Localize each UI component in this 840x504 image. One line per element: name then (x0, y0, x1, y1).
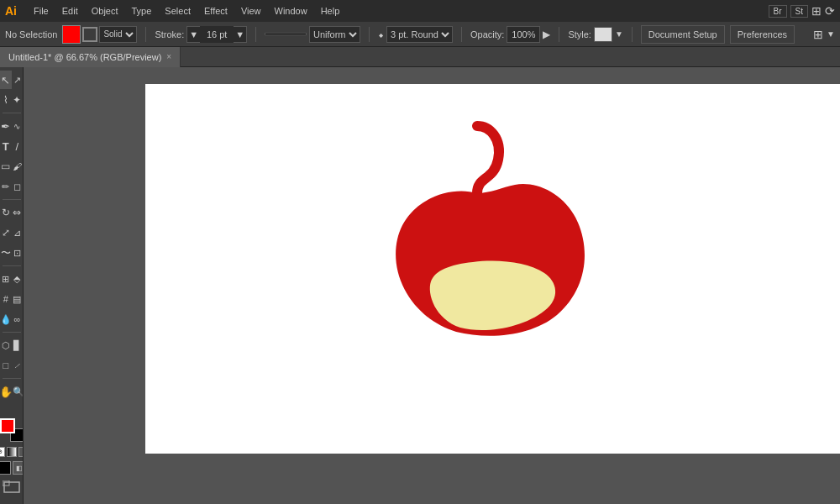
separator-3 (369, 27, 370, 42)
tool-row-shapebuilder: ⊞ ⬘ (0, 270, 23, 288)
stroke-value-input[interactable]: ▼ ▼ (186, 26, 247, 43)
column-graph-tool[interactable]: ▊ (12, 336, 24, 354)
canvas-area[interactable] (24, 67, 840, 504)
main-area: ↖ ↗ ⌇ ✦ ✒ ∿ T / ▭ 🖌 ✏ ◻ ↻ (0, 67, 840, 504)
stroke-style-control: Uniform (265, 26, 360, 43)
color-reset-row: ◧ (0, 461, 24, 475)
artboard-tool[interactable]: □ (0, 356, 12, 375)
mesh-tool[interactable]: # (0, 290, 12, 308)
opacity-more[interactable]: ▶ (543, 29, 550, 40)
stroke-unit-dropdown[interactable]: ▼ (234, 29, 246, 39)
stomach-illustration (381, 118, 582, 353)
stroke-label: Stroke: (155, 29, 184, 39)
white-swatch[interactable]: ◧ (13, 461, 24, 475)
shape-builder-tool[interactable]: ⊞ (0, 270, 12, 288)
scale-tool[interactable]: ⤢ (0, 223, 12, 242)
separator-4 (461, 27, 462, 42)
artboard-icon (3, 480, 21, 496)
type-tool[interactable]: T (0, 137, 12, 155)
brush-control: ⬥ 3 pt. Round (378, 26, 453, 43)
free-transform-tool[interactable]: ⊡ (12, 244, 24, 262)
magic-wand-tool[interactable]: ✦ (12, 91, 24, 109)
lasso-tool[interactable]: ⌇ (0, 91, 12, 109)
color-mode-gradient[interactable] (7, 447, 17, 457)
slice-tool[interactable]: ⟋ (12, 356, 24, 375)
selection-indicator: No Selection (5, 29, 57, 39)
svg-rect-1 (3, 480, 9, 486)
tool-row-shape: ▭ 🖌 (0, 157, 23, 176)
tab-title: Untitled-1* @ 66.67% (RGB/Preview) (8, 52, 161, 62)
separator-1 (145, 27, 146, 42)
document-tab[interactable]: Untitled-1* @ 66.67% (RGB/Preview) × (0, 47, 181, 67)
preferences-button[interactable]: Preferences (730, 25, 795, 44)
menu-type[interactable]: Type (125, 4, 159, 18)
rectangle-tool[interactable]: ▭ (0, 157, 12, 176)
menu-help[interactable]: Help (314, 4, 347, 18)
shear-tool[interactable]: ⊿ (12, 223, 24, 242)
pen-tool[interactable]: ✒ (0, 117, 12, 135)
direct-selection-tool[interactable]: ↗ (12, 71, 24, 89)
tool-sep-2 (3, 199, 21, 200)
brush-dropdown[interactable]: 3 pt. Round (386, 26, 453, 43)
menu-window[interactable]: Window (268, 4, 314, 18)
tab-close-button[interactable]: × (166, 52, 171, 61)
svg-rect-0 (4, 482, 19, 492)
warp-tool[interactable]: 〜 (0, 244, 12, 262)
document-setup-button[interactable]: Document Setup (641, 25, 725, 44)
app-logo: Ai (5, 4, 17, 18)
arrange-dropdown[interactable]: ▼ (827, 29, 835, 39)
menu-edit[interactable]: Edit (55, 4, 85, 18)
color-area: ⊘ ◧ (0, 415, 24, 501)
tool-row-eyedropper: 💧 ∞ (0, 310, 23, 328)
menu-object[interactable]: Object (85, 4, 125, 18)
menu-select[interactable]: Select (158, 4, 197, 18)
color-mode-none[interactable]: ⊘ (0, 447, 5, 457)
rotate-tool[interactable]: ↻ (0, 203, 12, 222)
fill-swatch[interactable] (62, 25, 81, 44)
menu-effect[interactable]: Effect (197, 4, 234, 18)
stroke-input[interactable] (200, 26, 234, 43)
hand-tool[interactable]: ✋ (0, 382, 13, 401)
tool-row-warp: 〜 ⊡ (0, 244, 23, 262)
pencil-tool[interactable]: ✏ (0, 177, 12, 196)
tool-row-lasso: ⌇ ✦ (0, 91, 23, 109)
arrange-icon[interactable]: ⊞ (813, 28, 823, 41)
style-preview (594, 27, 612, 42)
black-swatch[interactable] (0, 461, 11, 475)
style-label: Style: (568, 29, 591, 39)
paintbrush-tool[interactable]: 🖌 (12, 157, 24, 176)
menu-view[interactable]: View (234, 4, 268, 18)
tool-row-artboard: □ ⟋ (0, 356, 23, 375)
style-control: Style: ▼ (568, 27, 622, 42)
fill-color-control[interactable]: Solid (62, 25, 137, 44)
opacity-input[interactable] (507, 26, 540, 43)
menu-file[interactable]: File (27, 4, 55, 18)
opacity-control: Opacity: ▶ (470, 26, 550, 43)
color-mode-row: ⊘ (0, 447, 24, 457)
fill-color-swatch[interactable] (0, 418, 15, 433)
browser-icon-st: St (790, 5, 808, 18)
tool-row-type: T / (0, 137, 23, 155)
line-segment-tool[interactable]: / (12, 137, 24, 155)
stroke-down-arrow[interactable]: ▼ (187, 29, 200, 39)
selection-tool[interactable]: ↖ (0, 71, 12, 89)
tool-row-selection: ↖ ↗ (0, 71, 23, 89)
eyedropper-tool[interactable]: 💧 (0, 310, 12, 328)
stroke-preview (265, 33, 307, 35)
stroke-swatch-toolbar[interactable] (82, 27, 97, 42)
tool-row-graph: ⬡ ▊ (0, 336, 23, 354)
blend-tool[interactable]: ∞ (12, 310, 23, 328)
stroke-type-dropdown[interactable]: Uniform (309, 26, 360, 43)
zoom-tool[interactable]: 🔍 (13, 382, 24, 401)
fill-type-dropdown[interactable]: Solid (99, 26, 137, 43)
curvature-tool[interactable]: ∿ (12, 117, 24, 135)
workspace-icon: ⊞ (811, 4, 822, 18)
reflect-tool[interactable]: ⇔ (12, 203, 24, 222)
tool-row-pencil: ✏ ◻ (0, 177, 23, 196)
eraser-tool[interactable]: ◻ (12, 177, 24, 196)
gradient-tool[interactable]: ▤ (12, 290, 24, 308)
live-paint-tool[interactable]: ⬡ (0, 336, 12, 354)
style-dropdown-arrow[interactable]: ▼ (615, 29, 623, 39)
perspective-grid-tool[interactable]: ⬘ (12, 270, 24, 288)
menu-bar: Ai File Edit Object Type Select Effect V… (0, 0, 840, 22)
